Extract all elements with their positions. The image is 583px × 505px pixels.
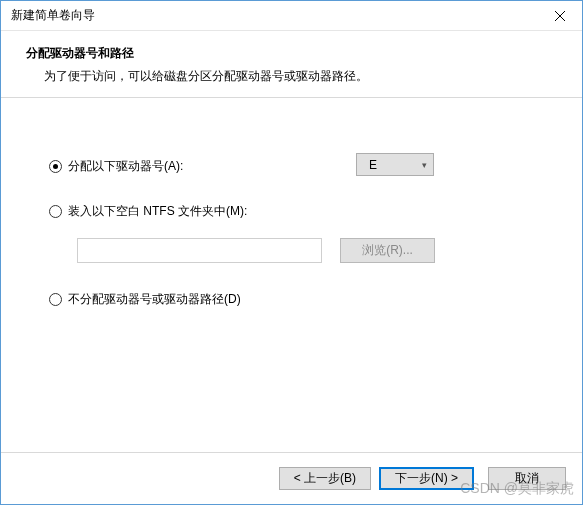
wizard-footer: < 上一步(B) 下一步(N) > 取消 [1, 452, 582, 504]
radio-assign-letter[interactable] [49, 160, 62, 173]
browse-button: 浏览(R)... [340, 238, 435, 263]
radio-no-assign[interactable] [49, 293, 62, 306]
page-description: 为了便于访问，可以给磁盘分区分配驱动器号或驱动器路径。 [44, 68, 557, 85]
wizard-content: 分配以下驱动器号(A): E ▾ 装入以下空白 NTFS 文件夹中(M): 浏览… [1, 98, 582, 452]
option-mount-folder: 装入以下空白 NTFS 文件夹中(M): [49, 203, 534, 220]
option-assign-letter: 分配以下驱动器号(A): E ▾ [49, 158, 534, 175]
titlebar: 新建简单卷向导 [1, 1, 582, 31]
drive-letter-select[interactable]: E ▾ [356, 153, 434, 176]
close-icon [555, 11, 565, 21]
option-no-assign: 不分配驱动器号或驱动器路径(D) [49, 291, 534, 308]
mount-path-input [77, 238, 322, 263]
window-title: 新建简单卷向导 [11, 7, 95, 24]
chevron-down-icon: ▾ [422, 160, 427, 170]
wizard-header: 分配驱动器号和路径 为了便于访问，可以给磁盘分区分配驱动器号或驱动器路径。 [1, 31, 582, 97]
wizard-window: 新建简单卷向导 分配驱动器号和路径 为了便于访问，可以给磁盘分区分配驱动器号或驱… [0, 0, 583, 505]
cancel-button[interactable]: 取消 [488, 467, 566, 490]
close-button[interactable] [537, 1, 582, 30]
drive-letter-value: E [369, 158, 377, 172]
back-button[interactable]: < 上一步(B) [279, 467, 371, 490]
radio-no-assign-label: 不分配驱动器号或驱动器路径(D) [68, 291, 241, 308]
mount-folder-controls: 浏览(R)... [77, 238, 534, 263]
next-button[interactable]: 下一步(N) > [379, 467, 474, 490]
radio-mount-folder-label: 装入以下空白 NTFS 文件夹中(M): [68, 203, 247, 220]
page-title: 分配驱动器号和路径 [26, 45, 557, 62]
radio-assign-letter-label: 分配以下驱动器号(A): [68, 158, 183, 175]
radio-mount-folder[interactable] [49, 205, 62, 218]
